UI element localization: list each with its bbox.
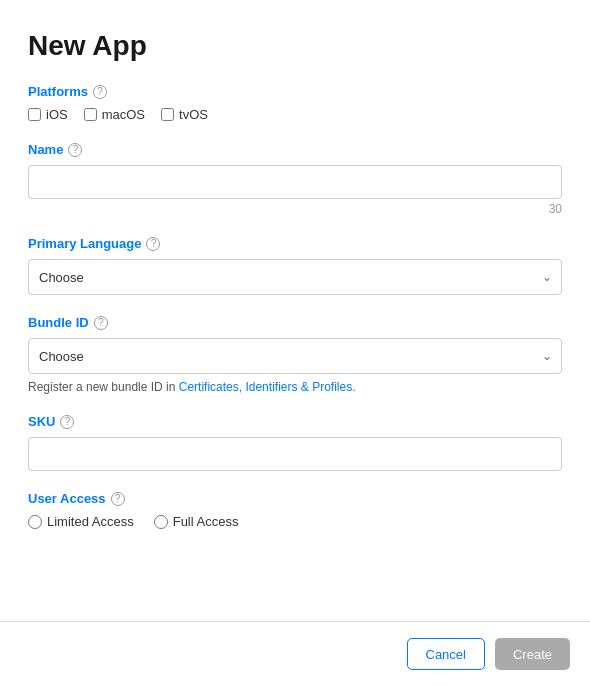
- name-label-row: Name ?: [28, 142, 562, 157]
- user-access-limited-radio[interactable]: [28, 515, 42, 529]
- bundle-hint: Register a new bundle ID in Certificates…: [28, 380, 562, 394]
- platform-ios-label: iOS: [46, 107, 68, 122]
- bundle-id-label: Bundle ID: [28, 315, 89, 330]
- user-access-full-label: Full Access: [173, 514, 239, 529]
- primary-language-select-wrapper: Choose English Spanish French German Chi…: [28, 259, 562, 295]
- sku-group: SKU ?: [28, 414, 562, 471]
- platforms-group: Platforms ? iOS macOS tvOS: [28, 84, 562, 122]
- name-input[interactable]: [28, 165, 562, 199]
- user-access-full-radio[interactable]: [154, 515, 168, 529]
- primary-language-label: Primary Language: [28, 236, 141, 251]
- name-group: Name ? 30: [28, 142, 562, 216]
- page-title: New App: [28, 30, 562, 62]
- platform-ios-item[interactable]: iOS: [28, 107, 68, 122]
- user-access-label: User Access: [28, 491, 106, 506]
- primary-language-help-icon[interactable]: ?: [146, 237, 160, 251]
- user-access-help-icon[interactable]: ?: [111, 492, 125, 506]
- create-button[interactable]: Create: [495, 638, 570, 670]
- bundle-hint-link[interactable]: Certificates, Identifiers & Profiles: [179, 380, 352, 394]
- cancel-button[interactable]: Cancel: [407, 638, 485, 670]
- platform-tvos-checkbox[interactable]: [161, 108, 174, 121]
- sku-help-icon[interactable]: ?: [60, 415, 74, 429]
- sku-input[interactable]: [28, 437, 562, 471]
- user-access-limited-item[interactable]: Limited Access: [28, 514, 134, 529]
- platforms-help-icon[interactable]: ?: [93, 85, 107, 99]
- platform-macos-checkbox[interactable]: [84, 108, 97, 121]
- name-help-icon[interactable]: ?: [68, 143, 82, 157]
- bundle-id-label-row: Bundle ID ?: [28, 315, 562, 330]
- name-label: Name: [28, 142, 63, 157]
- platform-tvos-label: tvOS: [179, 107, 208, 122]
- form-area: New App Platforms ? iOS macOS tvOS: [0, 0, 590, 621]
- user-access-radio-row: Limited Access Full Access: [28, 514, 562, 529]
- bundle-id-group: Bundle ID ? Choose ⌄ Register a new bund…: [28, 315, 562, 394]
- sku-label: SKU: [28, 414, 55, 429]
- footer-bar: Cancel Create: [0, 621, 590, 686]
- user-access-limited-label: Limited Access: [47, 514, 134, 529]
- platform-macos-label: macOS: [102, 107, 145, 122]
- bundle-id-select-wrapper: Choose ⌄: [28, 338, 562, 374]
- bundle-id-select[interactable]: Choose: [28, 338, 562, 374]
- sku-label-row: SKU ?: [28, 414, 562, 429]
- platform-ios-checkbox[interactable]: [28, 108, 41, 121]
- user-access-full-item[interactable]: Full Access: [154, 514, 239, 529]
- bundle-hint-text: Register a new bundle ID in: [28, 380, 179, 394]
- platform-tvos-item[interactable]: tvOS: [161, 107, 208, 122]
- platforms-label-row: Platforms ?: [28, 84, 562, 99]
- platforms-label: Platforms: [28, 84, 88, 99]
- platforms-row: iOS macOS tvOS: [28, 107, 562, 122]
- primary-language-group: Primary Language ? Choose English Spanis…: [28, 236, 562, 295]
- primary-language-label-row: Primary Language ?: [28, 236, 562, 251]
- user-access-group: User Access ? Limited Access Full Access: [28, 491, 562, 529]
- platform-macos-item[interactable]: macOS: [84, 107, 145, 122]
- page-container: New App Platforms ? iOS macOS tvOS: [0, 0, 590, 686]
- bundle-id-help-icon[interactable]: ?: [94, 316, 108, 330]
- primary-language-select[interactable]: Choose English Spanish French German Chi…: [28, 259, 562, 295]
- bundle-hint-suffix: .: [352, 380, 355, 394]
- user-access-label-row: User Access ?: [28, 491, 562, 506]
- name-char-count: 30: [28, 202, 562, 216]
